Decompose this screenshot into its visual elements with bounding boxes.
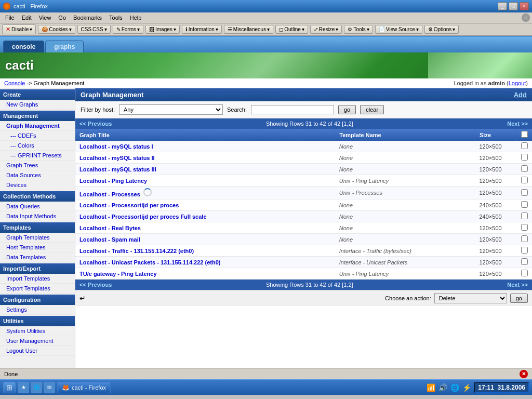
sidebar-item-data-input[interactable]: Data Input Methods bbox=[0, 211, 75, 221]
check-cell bbox=[517, 164, 533, 175]
row-checkbox[interactable] bbox=[521, 142, 528, 149]
row-checkbox[interactable] bbox=[521, 235, 528, 242]
panel-title: Graph Management bbox=[81, 91, 143, 99]
row-checkbox[interactable] bbox=[521, 165, 528, 172]
menu-help[interactable]: Help bbox=[127, 14, 145, 22]
menubar: File Edit View Go Bookmarks Tools Help bbox=[0, 12, 532, 23]
filter-host-select[interactable]: Any bbox=[119, 104, 223, 115]
prev-link-bottom[interactable]: << Previous bbox=[79, 282, 112, 288]
options-button[interactable] bbox=[522, 14, 530, 22]
logout-link[interactable]: Logout bbox=[509, 80, 526, 86]
menu-edit[interactable]: Edit bbox=[19, 14, 35, 22]
graph-title-cell: Localhost - Processes bbox=[75, 187, 335, 200]
graph-title-link[interactable]: Localhost - mySQL status II bbox=[79, 155, 155, 161]
css-button[interactable]: CSS CSS▾ bbox=[77, 25, 111, 34]
clear-button[interactable]: clear bbox=[360, 105, 384, 114]
size-cell: 120×500 bbox=[475, 222, 517, 234]
images-button[interactable]: 🖼 Images▾ bbox=[145, 25, 180, 34]
window-controls: _ □ × bbox=[498, 2, 529, 10]
sidebar-item-devices[interactable]: Devices bbox=[0, 180, 75, 190]
launcher-3[interactable]: ✉ bbox=[44, 382, 55, 393]
sidebar-item-settings[interactable]: Settings bbox=[0, 305, 75, 315]
information-button[interactable]: ℹ Information▾ bbox=[182, 25, 222, 34]
go-button[interactable]: go bbox=[338, 105, 356, 114]
action-select[interactable]: Delete bbox=[434, 293, 507, 303]
minimize-button[interactable]: _ bbox=[498, 2, 507, 10]
launcher-2[interactable]: 🌐 bbox=[31, 382, 42, 393]
graph-title-link[interactable]: Localhost - mySQL status I bbox=[79, 143, 153, 150]
row-checkbox[interactable] bbox=[521, 270, 528, 276]
sidebar-item-import-templates[interactable]: Import Templates bbox=[0, 274, 75, 284]
next-link-top[interactable]: Next >> bbox=[507, 121, 528, 127]
sidebar-item-new-graphs[interactable]: New Graphs bbox=[0, 100, 75, 110]
prev-link-top[interactable]: << Previous bbox=[79, 121, 112, 127]
sidebar-item-graph-templates[interactable]: Graph Templates bbox=[0, 233, 75, 243]
sidebar-item-gpriint[interactable]: --- GPRIINT Presets bbox=[0, 151, 75, 161]
outline-button[interactable]: ◻ Outline▾ bbox=[275, 25, 308, 34]
menu-tools[interactable]: Tools bbox=[106, 14, 126, 22]
tools-button[interactable]: ⚙ Tools▾ bbox=[344, 25, 373, 34]
view-source-button[interactable]: 📄 View Source▾ bbox=[375, 25, 422, 34]
table-row: Localhost - mySQL status IINone120×500 bbox=[75, 152, 532, 164]
sidebar-item-logout-user[interactable]: Logout User bbox=[0, 346, 75, 356]
miscellaneous-button[interactable]: ☰ Miscellaneous▾ bbox=[224, 25, 273, 34]
disable-button[interactable]: ✕Disable▾ bbox=[2, 24, 36, 34]
options-tb-button[interactable]: ⚙ Options▾ bbox=[424, 25, 459, 34]
sidebar-item-host-templates[interactable]: Host Templates bbox=[0, 243, 75, 252]
graph-title-link[interactable]: Localhost - Real Bytes bbox=[79, 225, 141, 231]
graph-title-link[interactable]: Localhost - Processes bbox=[79, 191, 140, 197]
graph-title-link[interactable]: TU/e gateway - Ping Latency bbox=[79, 271, 157, 277]
check-cell bbox=[517, 268, 533, 280]
sidebar-item-data-queries[interactable]: Data Queries bbox=[0, 202, 75, 211]
row-checkbox[interactable] bbox=[521, 212, 528, 219]
row-checkbox[interactable] bbox=[521, 258, 528, 265]
sidebar-item-user-management[interactable]: User Management bbox=[0, 336, 75, 346]
row-checkbox[interactable] bbox=[521, 247, 528, 254]
sidebar-item-system-utilities[interactable]: System Utilities bbox=[0, 326, 75, 336]
graph-title-link[interactable]: Localhost - Traffic - 131.155.114.222 (e… bbox=[79, 248, 194, 254]
next-link-bottom[interactable]: Next >> bbox=[507, 282, 528, 288]
resize-button[interactable]: ⤢ Resize▾ bbox=[310, 25, 342, 34]
console-link[interactable]: Console bbox=[4, 80, 25, 86]
sidebar-item-graph-trees[interactable]: Graph Trees bbox=[0, 161, 75, 170]
graph-title-link[interactable]: Localhost - Spam mail bbox=[79, 236, 140, 243]
breadcrumb: Console -> Graph Management bbox=[4, 80, 84, 86]
start-button[interactable]: ⊞ bbox=[3, 382, 16, 393]
tab-graphs[interactable]: graphs bbox=[45, 41, 84, 52]
row-checkbox[interactable] bbox=[521, 154, 528, 161]
graph-title-link[interactable]: Localhost - Unicast Packets - 131.155.11… bbox=[79, 259, 220, 265]
sidebar-item-colors[interactable]: --- Colors bbox=[0, 141, 75, 151]
graph-title-cell: Localhost - mySQL status II bbox=[75, 152, 335, 164]
menu-file[interactable]: File bbox=[2, 14, 18, 22]
sidebar-item-graph-management[interactable]: Graph Management bbox=[0, 121, 75, 131]
sidebar-item-cdefs[interactable]: --- CDEFs bbox=[0, 131, 75, 141]
action-go-button[interactable]: go bbox=[510, 294, 528, 303]
select-all-checkbox[interactable] bbox=[521, 131, 528, 138]
menu-view[interactable]: View bbox=[36, 14, 55, 22]
graph-title-link[interactable]: Localhost - Processortijd per proces Ful… bbox=[79, 214, 207, 220]
row-checkbox[interactable] bbox=[521, 189, 528, 196]
close-button[interactable]: × bbox=[520, 2, 529, 10]
check-cell bbox=[517, 234, 533, 245]
graph-title-link[interactable]: Localhost - Ping Latency bbox=[79, 178, 147, 184]
menu-go[interactable]: Go bbox=[55, 14, 69, 22]
launcher-1[interactable]: ★ bbox=[18, 382, 29, 393]
graph-title-link[interactable]: Localhost - Processortijd per proces bbox=[79, 202, 179, 208]
taskbar-app-cacti[interactable]: 🦊 cacti - Firefox bbox=[57, 382, 111, 393]
graph-title-link[interactable]: Localhost - mySQL status III bbox=[79, 166, 156, 172]
row-checkbox[interactable] bbox=[521, 201, 528, 208]
cookies-button[interactable]: 🍪 Cookies▾ bbox=[38, 25, 75, 34]
sidebar-item-data-sources[interactable]: Data Sources bbox=[0, 170, 75, 180]
sidebar-item-export-templates[interactable]: Export Templates bbox=[0, 284, 75, 294]
row-checkbox[interactable] bbox=[521, 177, 528, 183]
table-row: Localhost - Spam mailNone120×500 bbox=[75, 234, 532, 245]
maximize-button[interactable]: □ bbox=[509, 2, 518, 10]
search-input[interactable] bbox=[251, 105, 334, 114]
sidebar-item-data-templates[interactable]: Data Templates bbox=[0, 252, 75, 262]
add-link[interactable]: Add bbox=[514, 91, 527, 99]
tab-console[interactable]: console bbox=[3, 41, 44, 52]
row-checkbox[interactable] bbox=[521, 224, 528, 231]
forms-button[interactable]: ✎ Forms▾ bbox=[113, 25, 143, 34]
menu-bookmarks[interactable]: Bookmarks bbox=[70, 14, 105, 22]
size-cell: 120×500 bbox=[475, 141, 517, 152]
